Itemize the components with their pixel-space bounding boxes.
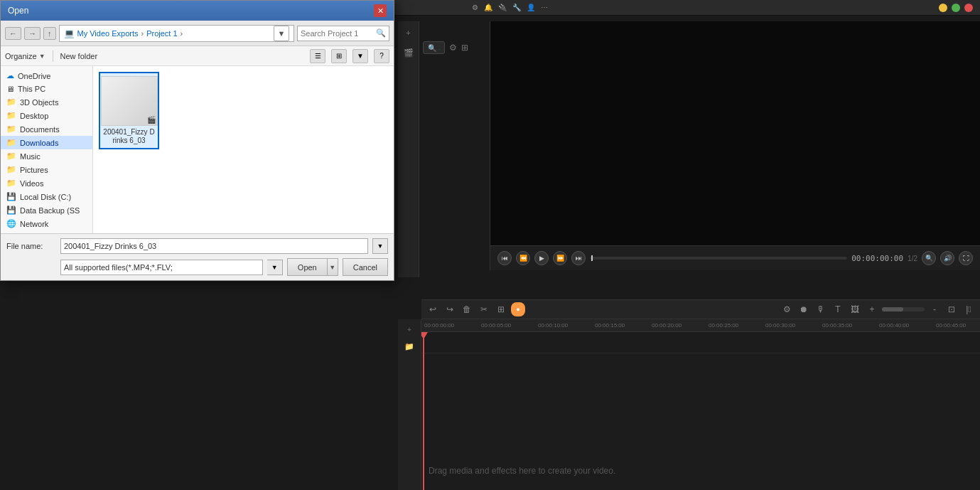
3dobjects-icon: 📁 bbox=[6, 97, 16, 107]
address-path[interactable]: 💻 My Video Exports › Project 1 › ▼ bbox=[59, 25, 295, 42]
ruler-mark-8: 00:00:40:00 bbox=[879, 322, 936, 329]
video-preview-panel: ⏮ ⏪ ▶ ⏩ ⏭ 00:00:00:00 1/2 🔍 🔊 ⛶ bbox=[490, 21, 980, 270]
sidebar-item-backup[interactable]: 💾 Data Backup (SS bbox=[1, 203, 92, 217]
sidebar-item-videos[interactable]: 📁 Videos bbox=[1, 176, 92, 190]
fullscreen-button[interactable]: ⛶ bbox=[959, 251, 973, 265]
filename-dropdown-button[interactable]: ▼ bbox=[372, 238, 388, 254]
profile-icon[interactable]: 👤 bbox=[527, 4, 535, 11]
dialog-sidebar: ☁ OneDrive 🖥 This PC 📁 3D Objects 📁 Desk… bbox=[1, 66, 93, 233]
sidebar-item-documents[interactable]: 📁 Documents bbox=[1, 122, 92, 136]
path-separator-2: › bbox=[181, 29, 183, 38]
step-forward-button[interactable]: ⏭ bbox=[571, 251, 586, 265]
sidebar-item-desktop[interactable]: 📁 Desktop bbox=[1, 109, 92, 122]
tracks-container: Drag media and effects here to create yo… bbox=[421, 332, 980, 490]
track-row-1 bbox=[421, 332, 980, 353]
play-forward-button[interactable]: ⏩ bbox=[553, 251, 567, 265]
timeline-add-button[interactable]: + bbox=[402, 322, 416, 336]
sidebar-item-music[interactable]: 📁 Music bbox=[1, 149, 92, 163]
path-dropdown-button[interactable]: ▼ bbox=[274, 26, 289, 41]
organize-button[interactable]: Organize ▼ bbox=[5, 52, 45, 60]
filename-input[interactable] bbox=[60, 238, 368, 254]
nav-forward-button[interactable]: → bbox=[24, 27, 41, 40]
pictures-label: Pictures bbox=[20, 166, 48, 174]
add-title-button[interactable]: T bbox=[831, 302, 845, 316]
filetype-dropdown-button[interactable]: ▼ bbox=[267, 260, 283, 275]
speed-button[interactable]: ● bbox=[511, 302, 525, 316]
view-dropdown-button[interactable]: ▼ bbox=[352, 49, 368, 63]
zoom-slider[interactable] bbox=[882, 307, 925, 311]
help-button[interactable]: ? bbox=[374, 49, 389, 63]
sidebar-item-localdisk[interactable]: 💾 Local Disk (C:) bbox=[1, 190, 92, 203]
record-button[interactable]: ⏺ bbox=[797, 302, 811, 316]
notification-icon[interactable]: 🔔 bbox=[484, 4, 492, 11]
volume-button[interactable]: 🔊 bbox=[940, 251, 954, 265]
thispc-label: This PC bbox=[18, 85, 45, 93]
nav-up-button[interactable]: ↑ bbox=[43, 27, 56, 40]
timeline-folder-button[interactable]: 📁 bbox=[402, 339, 416, 353]
media-library-button[interactable]: 🎬 bbox=[401, 45, 416, 60]
search-icon: 🔍 bbox=[376, 28, 386, 38]
filetype-row: All supported files(*.MP4;*.FLV; ▼ Open … bbox=[6, 258, 388, 276]
marker-button[interactable]: |⃒ bbox=[962, 302, 976, 316]
cancel-button[interactable]: Cancel bbox=[343, 258, 388, 276]
open-button[interactable]: Open bbox=[287, 258, 327, 276]
voiceover-button[interactable]: 🎙 bbox=[814, 302, 828, 316]
window-controls bbox=[939, 4, 973, 12]
view-list-button[interactable]: ☰ bbox=[310, 49, 325, 63]
search-box: 🔍 bbox=[297, 26, 389, 41]
file-name-0: 200401_Fizzy Drinks 6_03 bbox=[103, 128, 155, 145]
play-button[interactable]: ▶ bbox=[534, 251, 549, 265]
maximize-button[interactable] bbox=[952, 4, 960, 12]
sidebar-item-3dobjects[interactable]: 📁 3D Objects bbox=[1, 95, 92, 109]
filter-icon[interactable]: ⚙ bbox=[449, 43, 457, 53]
settings-button[interactable]: ⚙ bbox=[780, 302, 794, 316]
grid-icon[interactable]: ⊞ bbox=[461, 43, 468, 53]
sidebar-item-network[interactable]: 🌐 Network bbox=[1, 217, 92, 230]
nav-back-button[interactable]: ← bbox=[5, 27, 21, 40]
media-search-input[interactable] bbox=[439, 43, 440, 52]
path-part-2[interactable]: Project 1 bbox=[146, 29, 177, 38]
plugin-icon[interactable]: 🔌 bbox=[498, 4, 507, 11]
backup-label: Data Backup (SS bbox=[20, 206, 80, 215]
delete-button[interactable]: 🗑 bbox=[460, 302, 474, 316]
new-folder-button[interactable]: New folder bbox=[60, 52, 98, 60]
undo-button[interactable]: ↩ bbox=[426, 302, 440, 316]
ruler-mark-5: 00:00:25:00 bbox=[709, 322, 765, 329]
zoom-in-button[interactable]: + bbox=[865, 302, 879, 316]
sidebar-item-thispc[interactable]: 🖥 This PC bbox=[1, 82, 92, 95]
view-grid-button[interactable]: ⊞ bbox=[331, 49, 347, 63]
tools-icon[interactable]: 🔧 bbox=[512, 4, 521, 11]
more-icon[interactable]: ⋯ bbox=[541, 4, 548, 11]
add-image-button[interactable]: 🖼 bbox=[848, 302, 862, 316]
ruler-mark-7: 00:00:35:00 bbox=[822, 322, 879, 329]
file-item-0[interactable]: 🎬 200401_Fizzy Drinks 6_03 bbox=[99, 72, 159, 149]
dialog-close-button[interactable]: ✕ bbox=[374, 4, 387, 17]
filetype-select[interactable]: All supported files(*.MP4;*.FLV; bbox=[60, 260, 263, 275]
sidebar-item-onedrive[interactable]: ☁ OneDrive bbox=[1, 69, 92, 82]
network-icon: 🌐 bbox=[6, 219, 16, 228]
add-media-button[interactable]: + bbox=[401, 25, 416, 41]
onedrive-icon: ☁ bbox=[6, 71, 14, 80]
path-part-1[interactable]: My Video Exports bbox=[77, 29, 139, 38]
drag-media-hint: Drag media and effects here to create yo… bbox=[429, 466, 615, 476]
redo-button[interactable]: ↪ bbox=[443, 302, 457, 316]
search-input[interactable] bbox=[301, 29, 376, 38]
open-dialog: Open ✕ ← → ↑ 💻 My Video Exports › Projec… bbox=[0, 0, 394, 281]
dialog-title: Open bbox=[8, 6, 28, 16]
sidebar-item-downloads[interactable]: 📁 Downloads bbox=[1, 136, 92, 149]
fit-button[interactable]: ⊡ bbox=[944, 302, 959, 316]
zoom-button[interactable]: 🔍 bbox=[922, 251, 936, 265]
sidebar-item-pictures[interactable]: 📁 Pictures bbox=[1, 163, 92, 176]
file-zone: 🎬 200401_Fizzy Drinks 6_03 bbox=[93, 66, 394, 233]
close-button[interactable] bbox=[964, 4, 973, 12]
step-back-button[interactable]: ⏮ bbox=[497, 251, 512, 265]
detach-button[interactable]: ⊞ bbox=[494, 302, 508, 316]
settings-icon[interactable]: ⚙ bbox=[472, 4, 478, 11]
playback-progress[interactable] bbox=[590, 257, 847, 260]
minimize-button[interactable] bbox=[939, 4, 947, 12]
split-button[interactable]: ✂ bbox=[477, 302, 491, 316]
play-back-button[interactable]: ⏪ bbox=[516, 251, 530, 265]
desktop-label: Desktop bbox=[20, 112, 48, 120]
zoom-out-button[interactable]: - bbox=[927, 302, 942, 316]
open-dropdown-button[interactable]: ▼ bbox=[327, 258, 338, 276]
